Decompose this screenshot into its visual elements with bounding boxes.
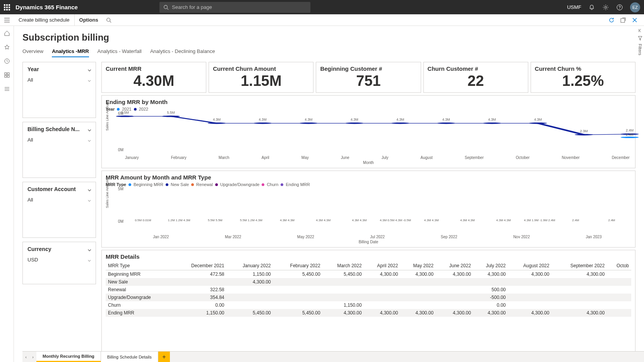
avatar-initials: EZ xyxy=(632,5,638,10)
refresh-icon[interactable] xyxy=(607,15,616,25)
app-title: Dynamics 365 Finance xyxy=(15,4,78,10)
company-label[interactable]: USMF xyxy=(567,4,581,10)
options-button[interactable]: Options xyxy=(75,14,103,26)
gear-icon[interactable] xyxy=(602,4,609,11)
svg-point-0 xyxy=(164,5,168,9)
top-bar: Dynamics 365 Finance Search for a page U… xyxy=(0,0,644,14)
search-cmd-icon[interactable] xyxy=(103,17,115,23)
create-billing-button[interactable]: Create billing schedule xyxy=(14,14,75,26)
close-icon[interactable] xyxy=(630,15,639,25)
search-icon xyxy=(163,5,169,10)
svg-line-9 xyxy=(110,21,111,22)
svg-rect-10 xyxy=(621,19,625,22)
popout-icon[interactable] xyxy=(618,15,628,25)
top-actions: USMF ? EZ xyxy=(567,2,640,12)
svg-point-2 xyxy=(605,6,606,8)
svg-point-8 xyxy=(106,18,110,21)
svg-line-1 xyxy=(167,8,169,10)
search-input[interactable]: Search for a page xyxy=(159,2,310,13)
avatar[interactable]: EZ xyxy=(630,2,640,12)
cmd-right-actions xyxy=(607,15,644,25)
command-bar: Create billing schedule Options xyxy=(0,14,644,26)
bell-icon[interactable] xyxy=(588,4,595,11)
svg-text:?: ? xyxy=(618,5,621,10)
hamburger-icon[interactable] xyxy=(0,18,14,22)
help-icon[interactable]: ? xyxy=(616,4,623,11)
waffle-icon[interactable] xyxy=(4,4,10,10)
search-placeholder: Search for a page xyxy=(172,4,212,10)
